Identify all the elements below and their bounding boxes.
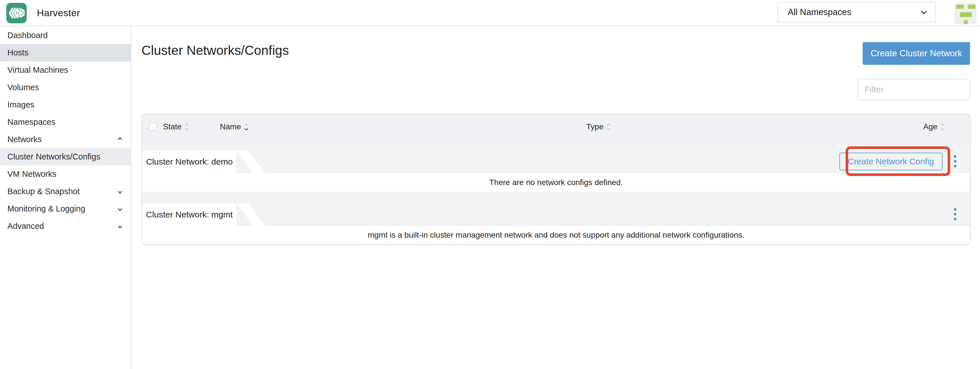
sort-icon (186, 124, 188, 130)
column-header-type[interactable]: Type (586, 114, 610, 139)
create-cluster-network-button[interactable]: Create Cluster Network (863, 42, 970, 65)
top-header: Harvester All Namespaces (0, 0, 980, 26)
group-empty-row-demo: There are no network configs defined. (142, 173, 970, 192)
column-header-state[interactable]: State (163, 114, 188, 139)
user-avatar[interactable] (955, 2, 976, 24)
group-tab-demo: Cluster Network: demo (142, 150, 236, 173)
sidebar-item-cluster-networks-configs[interactable]: Cluster Networks/Configs (0, 148, 130, 165)
select-all-checkbox[interactable] (149, 123, 157, 131)
sort-icon-desc (245, 124, 248, 130)
sidebar-item-monitoring-logging[interactable]: Monitoring & Logging (0, 200, 130, 217)
sidebar-item-volumes[interactable]: Volumes (0, 79, 130, 96)
namespace-selector-value: All Namespaces (788, 7, 851, 18)
chevron-down-icon (118, 224, 123, 228)
main-content: Cluster Networks/Configs Create Cluster … (132, 27, 980, 369)
sidebar-item-advanced[interactable]: Advanced (0, 217, 130, 235)
chevron-down-icon (921, 8, 927, 14)
page-title: Cluster Networks/Configs (142, 43, 289, 58)
sidebar-item-dashboard[interactable]: Dashboard (0, 27, 130, 44)
sidebar-item-networks[interactable]: Networks (0, 131, 130, 148)
filter-input[interactable] (857, 79, 970, 100)
kebab-menu-icon-demo[interactable] (951, 139, 959, 173)
group-tab-mgmt: Cluster Network: mgmt (142, 203, 236, 226)
namespace-selector[interactable]: All Namespaces (778, 2, 936, 23)
chevron-up-icon (118, 137, 123, 142)
chevron-down-icon (118, 207, 123, 211)
sidebar-item-virtual-machines[interactable]: Virtual Machines (0, 61, 130, 79)
app-title: Harvester (37, 7, 80, 19)
group-header-mgmt: Cluster Network: mgmt (142, 192, 970, 226)
chevron-down-icon (118, 189, 123, 194)
create-network-config-button[interactable]: Create Network Config (839, 153, 942, 170)
sort-icon (941, 124, 944, 130)
group-header-demo: Cluster Network: demo Create Network Con… (142, 139, 970, 173)
sidebar-item-namespaces[interactable]: Namespaces (0, 113, 130, 131)
sidebar-item-backup-snapshot[interactable]: Backup & Snapshot (0, 183, 130, 200)
column-header-name[interactable]: Name (220, 114, 248, 139)
sidebar-item-images[interactable]: Images (0, 96, 130, 113)
table-header-row: State Name Type Age (142, 114, 970, 139)
sort-icon (608, 124, 610, 130)
sidebar-item-vm-networks[interactable]: VM Networks (0, 165, 130, 183)
cluster-networks-table: State Name Type Age Cluster Network: dem… (142, 114, 970, 245)
group-empty-row-mgmt: mgmt is a built-in cluster management ne… (142, 226, 970, 244)
sidebar-item-hosts[interactable]: Hosts (0, 44, 130, 61)
column-header-age[interactable]: Age (923, 114, 944, 139)
kebab-menu-icon-mgmt[interactable] (951, 192, 959, 226)
sidebar-nav: Dashboard Hosts Virtual Machines Volumes… (0, 27, 131, 369)
harvester-logo-icon (6, 3, 27, 23)
